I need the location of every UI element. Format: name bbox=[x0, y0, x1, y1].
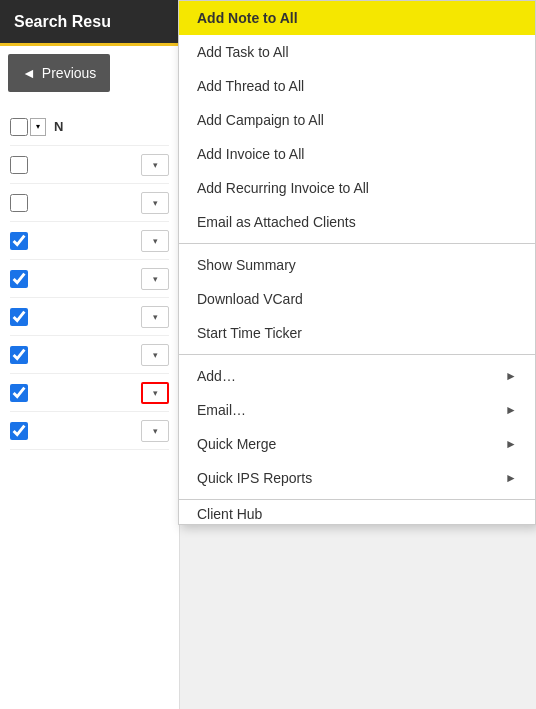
menu-item-start-time-ticker[interactable]: Start Time Ticker bbox=[179, 316, 535, 350]
menu-item-label: Add… bbox=[197, 368, 236, 384]
row-checkbox[interactable] bbox=[10, 156, 28, 174]
row-checkbox[interactable] bbox=[10, 346, 28, 364]
menu-item-label: Add Campaign to All bbox=[197, 112, 324, 128]
table-row: ▾ bbox=[10, 336, 169, 374]
row-dropdown[interactable]: ▾ bbox=[141, 344, 169, 366]
row-checkbox[interactable] bbox=[10, 270, 28, 288]
search-title: Search Resu bbox=[14, 13, 111, 31]
previous-button[interactable]: ◄ Previous bbox=[8, 54, 110, 92]
menu-divider bbox=[179, 354, 535, 355]
row-checkbox[interactable] bbox=[10, 232, 28, 250]
table-row: ▾ bbox=[10, 260, 169, 298]
menu-item-label: Email as Attached Clients bbox=[197, 214, 356, 230]
master-checkbox-row: ▾ N bbox=[10, 108, 169, 146]
table-row: ▾ bbox=[10, 184, 169, 222]
table-row: ▾ bbox=[10, 374, 169, 412]
menu-item-quick-ips-reports[interactable]: Quick IPS Reports► bbox=[179, 461, 535, 495]
table-row: ▾ bbox=[10, 412, 169, 450]
menu-item-add-recurring-invoice-all[interactable]: Add Recurring Invoice to All bbox=[179, 171, 535, 205]
menu-item-label: Add Note to All bbox=[197, 10, 298, 26]
submenu-chevron-icon: ► bbox=[505, 471, 517, 485]
row-dropdown[interactable]: ▾ bbox=[141, 192, 169, 214]
row-dropdown[interactable]: ▾ bbox=[141, 306, 169, 328]
menu-item-client-hub[interactable]: Client Hub bbox=[179, 504, 535, 524]
menu-item-add-note-all[interactable]: Add Note to All bbox=[179, 1, 535, 35]
menu-item-label: Quick Merge bbox=[197, 436, 276, 452]
menu-item-show-summary[interactable]: Show Summary bbox=[179, 248, 535, 282]
master-dropdown-arrow[interactable]: ▾ bbox=[30, 118, 46, 136]
prev-icon: ◄ bbox=[22, 65, 36, 81]
menu-item-label: Add Recurring Invoice to All bbox=[197, 180, 369, 196]
menu-item-add-task-all[interactable]: Add Task to All bbox=[179, 35, 535, 69]
search-header: Search Resu bbox=[0, 0, 179, 46]
submenu-chevron-icon: ► bbox=[505, 369, 517, 383]
menu-item-label: Start Time Ticker bbox=[197, 325, 302, 341]
menu-item-label: Quick IPS Reports bbox=[197, 470, 312, 486]
table-row: ▾ bbox=[10, 146, 169, 184]
menu-item-label: Email… bbox=[197, 402, 246, 418]
checkbox-list: ▾ N ▾ ▾ ▾ ▾ ▾ ▾ ▾ bbox=[0, 100, 179, 458]
master-checkbox-wrapper[interactable]: ▾ bbox=[10, 118, 46, 136]
row-checkbox[interactable] bbox=[10, 422, 28, 440]
row-dropdown-active[interactable]: ▾ bbox=[141, 382, 169, 404]
submenu-chevron-icon: ► bbox=[505, 437, 517, 451]
prev-label: Previous bbox=[42, 65, 96, 81]
menu-item-label: Add Invoice to All bbox=[197, 146, 304, 162]
row-checkbox[interactable] bbox=[10, 194, 28, 212]
submenu-chevron-icon: ► bbox=[505, 403, 517, 417]
row-dropdown[interactable]: ▾ bbox=[141, 154, 169, 176]
menu-item-add-campaign-all[interactable]: Add Campaign to All bbox=[179, 103, 535, 137]
menu-item-label: Client Hub bbox=[197, 506, 262, 522]
search-results-panel: Search Resu ◄ Previous ▾ N ▾ ▾ ▾ ▾ bbox=[0, 0, 180, 709]
menu-divider bbox=[179, 243, 535, 244]
menu-item-email-submenu[interactable]: Email…► bbox=[179, 393, 535, 427]
master-checkbox[interactable] bbox=[10, 118, 28, 136]
menu-item-label: Download VCard bbox=[197, 291, 303, 307]
col-n-label: N bbox=[54, 119, 63, 134]
menu-item-label: Add Thread to All bbox=[197, 78, 304, 94]
menu-item-label: Add Task to All bbox=[197, 44, 289, 60]
context-menu: Add Note to AllAdd Task to AllAdd Thread… bbox=[178, 0, 536, 525]
row-checkbox[interactable] bbox=[10, 384, 28, 402]
table-row: ▾ bbox=[10, 298, 169, 336]
row-dropdown[interactable]: ▾ bbox=[141, 420, 169, 442]
menu-item-add-invoice-all[interactable]: Add Invoice to All bbox=[179, 137, 535, 171]
table-row: ▾ bbox=[10, 222, 169, 260]
menu-item-add-thread-all[interactable]: Add Thread to All bbox=[179, 69, 535, 103]
row-dropdown[interactable]: ▾ bbox=[141, 268, 169, 290]
row-checkbox[interactable] bbox=[10, 308, 28, 326]
menu-item-add-submenu[interactable]: Add…► bbox=[179, 359, 535, 393]
menu-item-download-vcard[interactable]: Download VCard bbox=[179, 282, 535, 316]
menu-divider bbox=[179, 499, 535, 500]
menu-item-label: Show Summary bbox=[197, 257, 296, 273]
menu-item-email-attached-clients[interactable]: Email as Attached Clients bbox=[179, 205, 535, 239]
menu-item-quick-merge[interactable]: Quick Merge► bbox=[179, 427, 535, 461]
row-dropdown[interactable]: ▾ bbox=[141, 230, 169, 252]
